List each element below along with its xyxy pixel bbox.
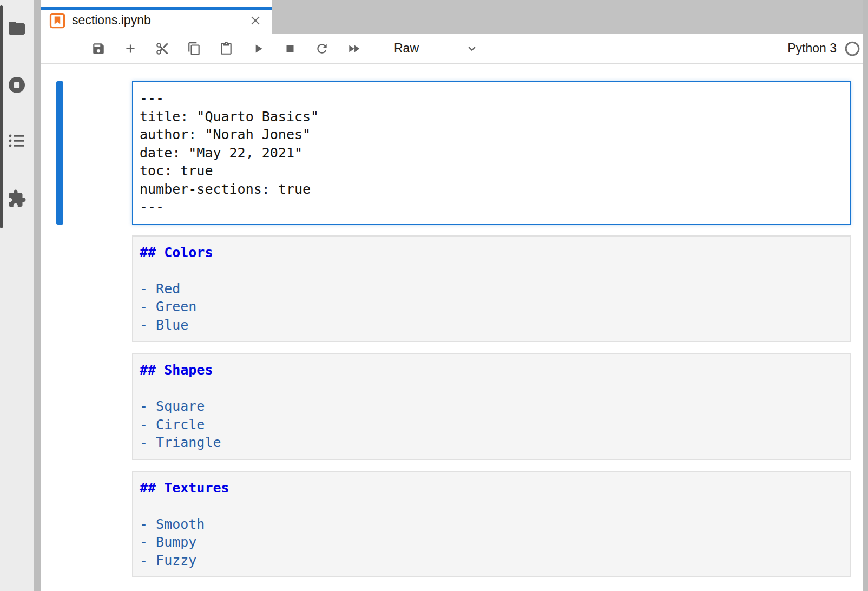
- markdown-heading: ## Colors: [140, 244, 843, 262]
- close-icon[interactable]: [248, 14, 262, 28]
- blank-line: [140, 497, 843, 515]
- blank-line: [140, 261, 843, 280]
- code-line: ---: [140, 89, 843, 108]
- main-dock-panel: sections.ipynb: [41, 0, 868, 591]
- markdown-cell-editor[interactable]: ## Textures - Smooth - Bumpy - Fuzzy: [132, 471, 851, 578]
- code-line: ---: [140, 198, 843, 216]
- cell-collapser[interactable]: [56, 353, 63, 460]
- markdown-list-item: - Triangle: [140, 434, 843, 452]
- code-line: date: "May 22, 2021": [140, 144, 843, 162]
- sidebar-divider: [34, 0, 41, 591]
- interrupt-kernel-button[interactable]: [283, 42, 297, 56]
- sidebar-item-table-of-contents[interactable]: [0, 128, 34, 153]
- paste-icon: [219, 42, 233, 56]
- cell-markdown-shapes: ## Shapes - Square - Circle - Triangle: [132, 353, 851, 460]
- markdown-cell-editor[interactable]: ## Shapes - Square - Circle - Triangle: [132, 353, 851, 460]
- list-icon: [7, 131, 27, 150]
- markdown-list-item: - Green: [140, 298, 843, 316]
- restart-run-all-button[interactable]: [347, 42, 361, 56]
- cell-raw-frontmatter: --- title: "Quarto Basics" author: "Nora…: [132, 81, 851, 225]
- plus-icon: [123, 42, 137, 56]
- sidebar-item-running-kernels[interactable]: [0, 73, 34, 97]
- run-cell-button[interactable]: [251, 42, 265, 56]
- stop-icon: [283, 42, 297, 56]
- cell-markdown-colors: ## Colors - Red - Green - Blue: [132, 235, 851, 343]
- folder-icon: [7, 18, 27, 38]
- code-line: number-sections: true: [140, 180, 843, 199]
- active-tab-accent-bar: [41, 7, 272, 10]
- notebook-icon: [49, 12, 65, 29]
- cell-collapser[interactable]: [56, 471, 63, 578]
- tab-title: sections.ipynb: [72, 13, 248, 28]
- run-icon: [251, 42, 265, 56]
- sidebar-item-file-browser[interactable]: [0, 16, 34, 41]
- markdown-heading: ## Textures: [140, 479, 843, 497]
- cell-markdown-textures: ## Textures - Smooth - Bumpy - Fuzzy: [132, 471, 851, 578]
- raw-cell-editor[interactable]: --- title: "Quarto Basics" author: "Nora…: [132, 81, 851, 225]
- cut-icon: [155, 42, 169, 56]
- kernel-name[interactable]: Python 3: [787, 41, 837, 56]
- left-activity-bar: [0, 0, 34, 591]
- cell-type-value: Raw: [394, 41, 419, 56]
- markdown-list-item: - Blue: [140, 316, 843, 334]
- markdown-list-item: - Red: [140, 280, 843, 298]
- cut-cells-button[interactable]: [155, 42, 169, 56]
- notebook-toolbar: Raw Python 3: [41, 34, 868, 64]
- save-button[interactable]: [91, 42, 106, 56]
- jupyterlab-window: sections.ipynb: [0, 0, 868, 591]
- code-line: title: "Quarto Basics": [140, 108, 843, 126]
- dock-tab-bar: sections.ipynb: [41, 0, 868, 34]
- markdown-list-item: - Fuzzy: [140, 551, 843, 570]
- cell-collapser[interactable]: [56, 81, 63, 225]
- markdown-list-item: - Bumpy: [140, 533, 843, 551]
- blank-line: [140, 379, 843, 398]
- cell-collapser[interactable]: [56, 235, 63, 343]
- notebook-panel: --- title: "Quarto Basics" author: "Nora…: [41, 64, 868, 591]
- restart-icon: [315, 42, 329, 56]
- copy-cells-button[interactable]: [187, 42, 201, 56]
- running-circle-stop-icon: [7, 75, 27, 95]
- tab-sections-ipynb[interactable]: sections.ipynb: [41, 0, 272, 34]
- markdown-list-item: - Smooth: [140, 515, 843, 534]
- markdown-cell-editor[interactable]: ## Colors - Red - Green - Blue: [132, 235, 851, 343]
- markdown-heading: ## Shapes: [140, 361, 843, 379]
- restart-kernel-button[interactable]: [315, 42, 329, 56]
- markdown-list-item: - Square: [140, 397, 843, 416]
- cell-type-dropdown[interactable]: Raw: [394, 41, 479, 56]
- kernel-idle-circle-icon[interactable]: [844, 41, 860, 57]
- chevron-down-icon: [465, 42, 479, 56]
- fast-forward-icon: [347, 42, 361, 56]
- save-icon: [91, 42, 106, 56]
- paste-cells-button[interactable]: [219, 42, 233, 56]
- markdown-list-item: - Circle: [140, 416, 843, 434]
- code-line: toc: true: [140, 162, 843, 180]
- code-line: author: "Norah Jones": [140, 126, 843, 144]
- puzzle-icon: [7, 189, 27, 208]
- insert-cell-button[interactable]: [123, 42, 137, 56]
- sidebar-item-extension-manager[interactable]: [0, 186, 34, 211]
- window-scroll-gutter[interactable]: [863, 0, 868, 591]
- copy-icon: [187, 42, 201, 56]
